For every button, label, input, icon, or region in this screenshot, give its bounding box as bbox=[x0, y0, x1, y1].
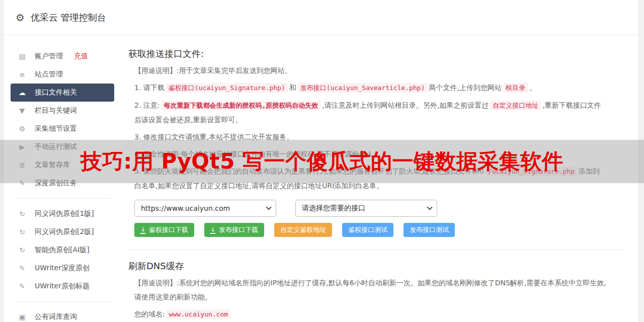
divider bbox=[128, 249, 623, 250]
text-segment: 和 bbox=[289, 84, 296, 92]
app-title: 优采云 管理控制台 bbox=[31, 12, 106, 24]
bar-chart-icon: ▤ bbox=[18, 52, 27, 60]
text-segment: 您的域名: bbox=[134, 310, 165, 318]
sidebar-item[interactable]: ✎UWriter深度原创 bbox=[11, 259, 114, 277]
sidebar-item[interactable]: ↻同义词伪原创[1版] bbox=[11, 205, 114, 223]
action-button[interactable]: 鉴权接口测试 bbox=[342, 223, 393, 237]
section-title: 获取推送接口文件: bbox=[128, 47, 606, 60]
code-chip: www.ucaiyun.com bbox=[167, 309, 230, 319]
text-segment: 。 bbox=[529, 84, 536, 92]
action-button[interactable]: ↓发布接口下载 bbox=[204, 223, 264, 237]
sidebar-item-label: 站点管理 bbox=[35, 70, 63, 79]
code-chip: 每次重新下载都会生成新的授权码,原授权码自动失效 bbox=[162, 101, 321, 110]
paragraph: 您的域名:www.ucaiyun.com bbox=[134, 307, 606, 321]
gears-icon: ⚙ bbox=[18, 125, 27, 133]
sidebar-item[interactable]: ☁接口文件相关 bbox=[11, 84, 114, 102]
gear-icon: ⚙ bbox=[16, 13, 25, 23]
site-select[interactable]: https://www.ucaiyun.com bbox=[134, 200, 276, 217]
list-icon: ≡ bbox=[18, 70, 27, 78]
download-icon: ↓ bbox=[210, 226, 215, 234]
sidebar-item[interactable]: ▣公有词库查询 bbox=[11, 308, 114, 322]
sidebar-item-label: UWriter原创标题 bbox=[35, 282, 90, 291]
sidebar-item-label: 接口文件相关 bbox=[35, 88, 77, 97]
paragraph: 【用途说明】:用于文章采集完毕后发送到您网站。 bbox=[134, 63, 606, 77]
divider bbox=[15, 301, 110, 302]
text-segment: 2. 注意: bbox=[134, 101, 160, 109]
sidebar-item[interactable]: ↻智能伪原创[AI版] bbox=[11, 241, 114, 259]
text-segment: 1. 请下载 bbox=[134, 84, 165, 92]
book-icon: ▣ bbox=[18, 313, 27, 321]
sidebar-item[interactable]: ≡站点管理 bbox=[11, 65, 114, 84]
sidebar-item-label: 栏目与关键词 bbox=[35, 106, 77, 115]
edit-icon: ✎ bbox=[18, 282, 27, 290]
select-value: https://www.ucaiyun.com bbox=[141, 204, 266, 212]
sidebar-item[interactable]: ▼栏目与关键词 bbox=[11, 102, 114, 120]
button-label: 发布接口下载 bbox=[219, 225, 258, 234]
paragraph: 1. 请下载鉴权接口(ucaiyun_Signature.php)和发布接口(u… bbox=[134, 80, 606, 95]
action-button[interactable]: 自定义鉴权地址 bbox=[274, 223, 332, 237]
cloud-upload-icon: ☁ bbox=[18, 89, 27, 97]
paragraph: 2. 注意:每次重新下载都会生成新的授权码,原授权码自动失效,请注意及时上传到网… bbox=[134, 98, 606, 127]
select-value: 请选择您需要的接口 bbox=[302, 204, 427, 213]
text-segment: 【用途说明】:用于文章采集完毕后发送到您网站。 bbox=[134, 66, 292, 74]
filter-icon: ▼ bbox=[18, 107, 27, 115]
code-chip: 根目录 bbox=[503, 83, 528, 93]
action-button[interactable]: ↓鉴权接口下载 bbox=[134, 223, 194, 237]
watermark-banner: 技巧:用 PyQt5 写一个傻瓜式的一键数据采集软件 bbox=[0, 140, 644, 183]
button-label: 自定义鉴权地址 bbox=[280, 225, 326, 234]
code-chip: 自定义接口地址 bbox=[490, 101, 541, 110]
text-segment: 两个文件,上传到您网站 bbox=[429, 84, 502, 92]
sidebar-item[interactable]: ✎UWriter原创标题 bbox=[11, 277, 114, 295]
refresh-icon: ↻ bbox=[18, 228, 27, 236]
text-segment: 【用途说明】:系统对您的网站域名所指向的IP地址进行了缓存,默认每6小时自动刷新… bbox=[134, 279, 606, 301]
chevron-down-icon bbox=[427, 204, 432, 210]
sidebar-item-label: 公有词库查询 bbox=[35, 312, 77, 321]
button-label: 鉴权接口下载 bbox=[149, 225, 188, 234]
recharge-badge[interactable]: 充值 bbox=[74, 52, 88, 61]
code-chip: 发布接口(ucaiyun_Savearticle.php) bbox=[298, 83, 428, 93]
button-row: ↓鉴权接口下载↓发布接口下载自定义鉴权地址鉴权接口测试发布接口测试 bbox=[134, 223, 606, 237]
sidebar-item-label: 同义词伪原创[2版] bbox=[35, 227, 94, 236]
download-icon: ↓ bbox=[140, 226, 145, 234]
sidebar-item[interactable]: ▤账户管理充值 bbox=[11, 47, 114, 65]
watermark-text: 技巧:用 PyQt5 写一个傻瓜式的一键数据采集软件 bbox=[81, 147, 564, 176]
sidebar-item-label: UWriter深度原创 bbox=[35, 264, 90, 273]
page: ⚙ 优采云 管理控制台 ▤账户管理充值≡站点管理☁接口文件相关▼栏目与关键词⚙采… bbox=[0, 0, 644, 322]
sidebar-item-label: 同义词伪原创[1版] bbox=[35, 209, 94, 218]
paragraph: 【用途说明】:系统对您的网站域名所指向的IP地址进行了缓存,默认每6小时自动刷新… bbox=[134, 276, 606, 304]
section-title: 刷新DNS缓存 bbox=[128, 260, 606, 273]
interface-select[interactable]: 请选择您需要的接口 bbox=[295, 200, 437, 217]
sidebar-item[interactable]: ↻同义词伪原创[2版] bbox=[11, 223, 114, 241]
refresh-icon: ↻ bbox=[18, 246, 27, 254]
code-chip: 鉴权接口(ucaiyun_Signature.php) bbox=[166, 83, 288, 93]
sidebar-item-label: 采集细节设置 bbox=[35, 124, 77, 133]
button-label: 鉴权接口测试 bbox=[348, 225, 387, 234]
controls-row: https://www.ucaiyun.com 请选择您需要的接口 bbox=[134, 200, 606, 217]
edit-icon: ✎ bbox=[18, 264, 27, 272]
dns-info: 【用途说明】:系统对您的网站域名所指向的IP地址进行了缓存,默认每6小时自动刷新… bbox=[128, 276, 606, 321]
chevron-down-icon bbox=[266, 204, 271, 210]
sidebar-item-label: 账户管理 bbox=[35, 52, 63, 61]
text-segment: ,请注意及时上传到网站根目录。另外,如果之前设置过 bbox=[322, 101, 489, 109]
sidebar-item-label: 智能伪原创[AI版] bbox=[35, 246, 90, 255]
button-label: 发布接口测试 bbox=[410, 225, 449, 234]
refresh-icon: ↻ bbox=[18, 210, 27, 218]
sidebar-item[interactable]: ⚙采集细节设置 bbox=[11, 120, 114, 138]
app-header: ⚙ 优采云 管理控制台 bbox=[4, 0, 638, 35]
divider bbox=[15, 198, 110, 199]
action-button[interactable]: 发布接口测试 bbox=[404, 223, 455, 237]
